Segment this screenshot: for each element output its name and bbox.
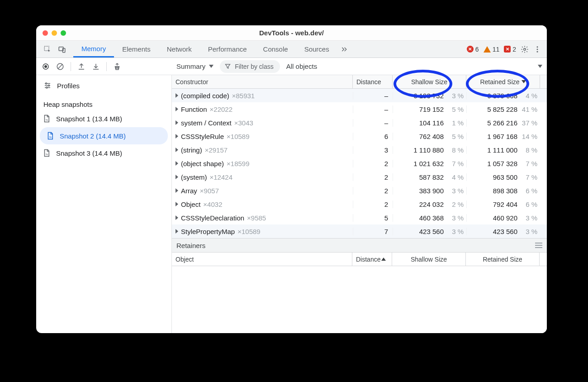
svg-line-10: [58, 64, 63, 69]
heap-row[interactable]: (object shape) ×18599 2 1 021 6327 % 1 0…: [172, 157, 547, 170]
svg-point-3: [524, 48, 526, 50]
kebab-menu-icon[interactable]: [533, 45, 541, 53]
expand-icon[interactable]: [175, 148, 178, 152]
snapshot-list: % Snapshot 1 (13.4 MB)% Snapshot 2 (14.4…: [36, 110, 171, 162]
expand-icon[interactable]: [175, 175, 178, 179]
expand-icon[interactable]: [175, 215, 178, 220]
window-title: DevTools - web.dev/: [36, 29, 547, 37]
memory-toolbar-right: Summary Filter by class All objects: [172, 60, 547, 73]
svg-text:%: %: [46, 153, 48, 156]
col-distance[interactable]: Distance: [353, 75, 393, 88]
hamburger-icon[interactable]: [535, 243, 542, 248]
heap-grid-rows: (compiled code) ×85931 – 6 193 7323 % 6 …: [172, 89, 547, 238]
col-constructor[interactable]: Constructor: [172, 75, 353, 88]
devtools-window: DevTools - web.dev/ MemoryElementsNetwor…: [36, 25, 547, 333]
class-filter-input[interactable]: Filter by class: [220, 60, 280, 73]
inspect-tools: [40, 45, 70, 53]
heap-row[interactable]: StylePropertyMap ×10589 7 423 5603 % 423…: [172, 224, 547, 238]
heap-row[interactable]: Function ×22022 – 719 1525 % 5 825 22841…: [172, 102, 547, 116]
profiles-sidebar: Profiles Heap snapshots % Snapshot 1 (13…: [36, 75, 172, 333]
divider: [71, 62, 71, 71]
export-icon[interactable]: [77, 62, 85, 71]
tab-performance[interactable]: Performance: [200, 41, 255, 57]
warning-count[interactable]: 11: [484, 46, 500, 53]
expand-icon[interactable]: [175, 202, 178, 206]
rcol-distance[interactable]: Distance: [352, 253, 392, 266]
retainers-grid-header: Object Distance Shallow Size Retained Si…: [172, 253, 547, 266]
expand-icon[interactable]: [175, 120, 178, 125]
heap-row[interactable]: (compiled code) ×85931 – 6 193 7323 % 6 …: [172, 89, 547, 102]
memory-body: Profiles Heap snapshots % Snapshot 1 (13…: [36, 75, 547, 333]
heap-row[interactable]: (system) ×12424 2 587 8324 % 963 5007 %: [172, 170, 547, 184]
profiles-heading: Profiles: [36, 80, 171, 91]
heap-snapshots-heading: Heap snapshots: [36, 99, 171, 110]
rcol-retained[interactable]: Retained Size: [466, 253, 540, 266]
expand-icon[interactable]: [175, 229, 178, 234]
filter-icon: [224, 63, 231, 70]
inspect-element-icon[interactable]: [43, 45, 52, 53]
snapshot-item[interactable]: % Snapshot 3 (14.4 MB): [36, 144, 171, 162]
snapshot-item[interactable]: % Snapshot 1 (13.4 MB): [36, 110, 171, 127]
tab-network[interactable]: Network: [159, 41, 200, 57]
expand-icon[interactable]: [175, 161, 178, 166]
expand-icon[interactable]: [175, 188, 178, 193]
issue-count[interactable]: ✕ 2: [504, 46, 516, 53]
svg-text:%: %: [49, 136, 52, 138]
warning-icon: [484, 46, 491, 53]
heap-row[interactable]: (string) ×29157 3 1 110 8808 % 1 111 000…: [172, 143, 547, 157]
scope-dropdown[interactable]: All objects: [286, 62, 317, 70]
expand-icon[interactable]: [175, 93, 178, 98]
clear-icon[interactable]: [56, 62, 64, 71]
error-icon: ✕: [467, 46, 474, 53]
view-dropdown[interactable]: Summary: [176, 62, 213, 70]
col-retained-size[interactable]: Retained Size: [466, 75, 540, 88]
svg-point-8: [44, 65, 47, 68]
memory-toolbar: Summary Filter by class All objects: [36, 58, 547, 75]
rcol-object[interactable]: Object: [172, 253, 352, 266]
sort-desc-icon: [522, 80, 526, 83]
snapshot-file-icon: %: [43, 114, 51, 124]
chevron-down-icon[interactable]: [538, 65, 542, 68]
col-scrollbar: [540, 75, 547, 88]
record-icon[interactable]: [42, 62, 50, 71]
heap-main: Constructor Distance Shallow Size Retain…: [172, 75, 547, 333]
tab-elements[interactable]: Elements: [114, 41, 159, 57]
heap-row[interactable]: system / Context ×3043 – 104 1161 % 5 26…: [172, 116, 547, 129]
snapshot-file-icon: %: [46, 131, 54, 141]
rcol-shallow[interactable]: Shallow Size: [392, 253, 466, 266]
collect-garbage-icon[interactable]: [113, 62, 121, 71]
sort-asc-icon: [381, 258, 386, 261]
svg-point-15: [48, 85, 50, 86]
svg-point-16: [46, 87, 47, 88]
retainers-section-bar[interactable]: Retainers: [172, 238, 547, 253]
import-icon[interactable]: [92, 62, 100, 71]
svg-point-5: [537, 48, 538, 50]
device-toolbar-icon[interactable]: [58, 45, 66, 53]
svg-point-4: [537, 46, 538, 48]
expand-icon[interactable]: [175, 107, 178, 111]
settings-icon[interactable]: [521, 45, 529, 53]
tab-sources[interactable]: Sources: [296, 41, 337, 57]
retainers-empty: [172, 266, 547, 333]
memory-toolbar-left: [36, 62, 172, 71]
error-count[interactable]: ✕ 6: [467, 46, 479, 53]
heap-grid-header: Constructor Distance Shallow Size Retain…: [172, 75, 547, 89]
issue-icon: ✕: [504, 46, 511, 53]
more-tabs-icon[interactable]: [340, 45, 348, 53]
expand-icon[interactable]: [175, 134, 178, 138]
tab-memory[interactable]: Memory: [73, 41, 114, 57]
window-titlebar: DevTools - web.dev/: [36, 25, 547, 41]
heap-row[interactable]: Object ×4032 2 224 0322 % 792 4046 %: [172, 197, 547, 211]
heap-row[interactable]: CSSStyleDeclaration ×9585 5 460 3683 % 4…: [172, 211, 547, 224]
snapshot-item[interactable]: % Snapshot 2 (14.4 MB): [40, 127, 168, 144]
svg-point-6: [537, 51, 538, 52]
snapshot-file-icon: %: [43, 148, 51, 158]
col-shallow-size[interactable]: Shallow Size: [393, 75, 466, 88]
tab-console[interactable]: Console: [255, 41, 296, 57]
heap-row[interactable]: Array ×9057 2 383 9003 % 898 3086 %: [172, 184, 547, 197]
panel-tabs: MemoryElementsNetworkPerformanceConsoleS…: [73, 41, 337, 57]
chevron-down-icon: [209, 65, 213, 68]
heap-row[interactable]: CSSStyleRule ×10589 6 762 4085 % 1 967 1…: [172, 129, 547, 143]
tabbar-status: ✕ 6 11 ✕ 2: [467, 45, 543, 53]
main-tab-bar: MemoryElementsNetworkPerformanceConsoleS…: [36, 41, 547, 58]
